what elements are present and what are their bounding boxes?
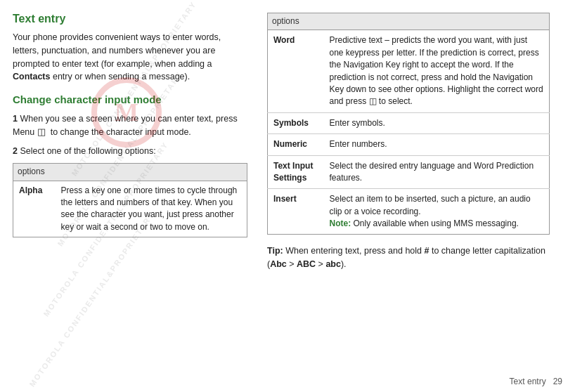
intro-text-start: Your phone provides convenient ways to e…	[13, 32, 221, 69]
step-1: 1 When you see a screen where you can en…	[13, 112, 247, 139]
page-container: Text entry Your phone provides convenien…	[0, 0, 575, 392]
right-table-header-row: options	[268, 13, 550, 30]
page-number: 29	[553, 377, 562, 386]
numeric-label: Numeric	[268, 134, 324, 155]
step-1-num: 1	[13, 114, 18, 124]
page-title: Text entry	[13, 13, 247, 25]
step-2-num: 2	[13, 146, 18, 156]
word-row: Word Predictive text – predicts the word…	[268, 30, 550, 112]
tip-abc: Abc	[270, 259, 287, 269]
tip-paragraph: Tip: When entering text, press and hold …	[267, 244, 550, 271]
tip-label: Tip:	[267, 246, 283, 256]
symbols-label: Symbols	[268, 112, 324, 133]
text-input-settings-desc: Select the desired entry language and Wo…	[324, 155, 550, 189]
intro-paragraph: Your phone provides convenient ways to e…	[13, 31, 247, 84]
intro-text-end: entry or when sending a message).	[50, 72, 190, 81]
left-column: Text entry Your phone provides convenien…	[0, 0, 260, 392]
tip-close: ).	[341, 259, 347, 269]
tip-abc2: abc	[325, 259, 341, 269]
left-table-header-row: options	[13, 164, 247, 181]
section-heading: Change character input mode	[13, 93, 247, 105]
numeric-desc: Enter numbers.	[324, 134, 550, 155]
word-label: Word	[268, 30, 324, 112]
step-2: 2 Select one of the following options:	[13, 145, 247, 158]
insert-desc: Select an item to be inserted, such a pi…	[324, 189, 550, 235]
tip-ABC: ABC	[297, 259, 316, 269]
right-column: options Word Predictive text – predicts …	[260, 0, 562, 392]
page-footer: Text entry 29	[510, 377, 562, 386]
tip-arrow1: >	[287, 259, 297, 269]
symbols-desc: Enter symbols.	[324, 112, 550, 133]
alpha-label: Alpha	[13, 181, 56, 237]
text-input-settings-row: Text Input Settings Select the desired e…	[268, 155, 550, 189]
step-1-text-end: to change the character input mode.	[48, 127, 191, 137]
word-desc: Predictive text – predicts the word you …	[324, 30, 550, 112]
insert-label: Insert	[268, 189, 324, 235]
alpha-desc: Press a key one or more times to cycle t…	[56, 181, 247, 237]
insert-row: Insert Select an item to be inserted, su…	[268, 189, 550, 235]
step-2-text: Select one of the following options:	[20, 146, 155, 156]
text-input-settings-label: Text Input Settings	[268, 155, 324, 189]
note-label: Note:	[330, 218, 351, 228]
left-table-header: options	[13, 164, 247, 181]
tip-arrow2: >	[316, 259, 325, 269]
intro-bold: Contacts	[13, 72, 50, 81]
footer-label: Text entry	[510, 377, 546, 386]
symbols-row: Symbols Enter symbols.	[268, 112, 550, 133]
numeric-row: Numeric Enter numbers.	[268, 134, 550, 155]
right-options-table: options Word Predictive text – predicts …	[267, 13, 550, 235]
left-options-table: options Alpha Press a key one or more ti…	[13, 163, 247, 237]
alpha-row: Alpha Press a key one or more times to c…	[13, 181, 247, 237]
right-table-header: options	[268, 13, 550, 30]
